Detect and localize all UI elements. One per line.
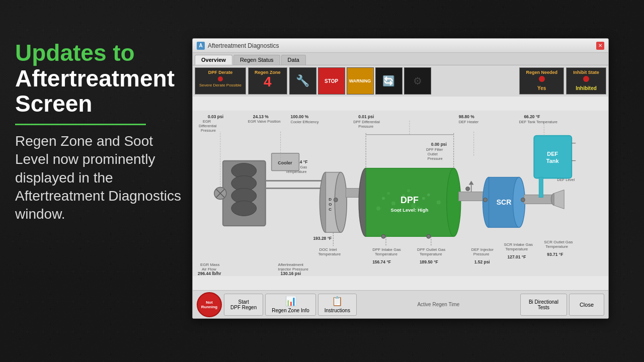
- svg-text:98.80 %: 98.80 %: [459, 114, 475, 119]
- dialog-title: Aftertreatment Diagnostics: [208, 42, 596, 49]
- svg-text:DPF Filter: DPF Filter: [426, 147, 443, 152]
- svg-rect-73: [539, 177, 543, 198]
- tab-regen-status[interactable]: Regen Status: [233, 55, 280, 65]
- svg-text:Aftertreatment: Aftertreatment: [278, 262, 304, 267]
- left-description: Regen Zone and Soot Level now prominentl…: [15, 132, 186, 224]
- bi-dir-line1: Bi Directional: [529, 299, 558, 305]
- svg-text:DPF: DPF: [400, 195, 419, 205]
- tab-overview[interactable]: Overview: [195, 55, 232, 65]
- dark-light-1: 🔄: [375, 67, 403, 95]
- svg-point-114: [381, 234, 385, 238]
- svg-point-48: [382, 197, 385, 200]
- instructions-label: Instructions: [325, 308, 350, 313]
- regen-zone-info-label: Regen Zone Info: [272, 308, 309, 313]
- bi-directional-tests-button[interactable]: Bi Directional Tests: [520, 294, 567, 316]
- svg-text:DEF Injector: DEF Injector: [471, 247, 494, 252]
- svg-text:DEF Heater: DEF Heater: [459, 120, 479, 124]
- svg-text:Pressure: Pressure: [358, 124, 373, 129]
- dpf-derate-indicator: [218, 76, 223, 81]
- regen-zone-value: 4: [255, 75, 281, 89]
- svg-text:127.01 °F: 127.01 °F: [507, 254, 526, 259]
- svg-point-54: [387, 192, 390, 195]
- dark-light-2: ⚙: [404, 67, 431, 95]
- svg-text:Tank: Tank: [546, 158, 559, 164]
- instructions-icon: 📋: [332, 296, 343, 307]
- svg-text:EGR: EGR: [203, 119, 211, 124]
- start-dpf-regen-button[interactable]: Start DPF Regen: [224, 294, 263, 316]
- regen-zone-info-button[interactable]: 📊 Regen Zone Info: [265, 294, 316, 316]
- svg-point-118: [521, 198, 525, 202]
- regen-needed-value: Yes: [537, 85, 546, 91]
- dpf-derate-box: DPF Derate Severe Derate Possible: [195, 67, 246, 95]
- svg-text:Pressure: Pressure: [201, 128, 216, 133]
- svg-text:0.01 psi: 0.01 psi: [358, 114, 374, 119]
- not-running-label: Not Running: [198, 300, 221, 309]
- close-icon[interactable]: ✕: [596, 42, 604, 50]
- svg-text:1.52 psi: 1.52 psi: [474, 259, 490, 264]
- regen-needed-box: Regen Needed Yes: [519, 67, 564, 95]
- svg-text:Differential: Differential: [199, 124, 217, 128]
- regen-zone-box: Regen Zone 4: [248, 67, 287, 95]
- svg-text:DEF: DEF: [547, 151, 558, 157]
- warning-label: WARNING: [349, 78, 371, 83]
- svg-text:156.74 °F: 156.74 °F: [372, 259, 391, 264]
- svg-text:Temperature: Temperature: [505, 247, 528, 251]
- active-regen-area: Active Regen Time: [359, 302, 518, 307]
- svg-text:130.16 psi: 130.16 psi: [281, 271, 301, 276]
- inhibit-state-dot: [583, 76, 589, 82]
- engine-warning-light: 🔧: [289, 67, 316, 95]
- svg-point-113: [334, 198, 338, 202]
- bi-dir-line2: Tests: [529, 305, 558, 310]
- stop-warning-light: STOP: [318, 67, 345, 95]
- svg-text:100.00 %: 100.00 %: [291, 114, 309, 119]
- svg-point-67: [513, 177, 525, 228]
- inhibit-state-value: Inhibited: [576, 85, 597, 91]
- warning-lights-group: 🔧 STOP WARNING 🔄 ⚙: [289, 67, 518, 95]
- title-bar: A Aftertreatment Diagnostics ✕: [193, 39, 608, 53]
- svg-text:DOC Inlet: DOC Inlet: [319, 247, 337, 252]
- svg-point-53: [376, 206, 380, 210]
- title-white-text-3: Screen: [15, 90, 92, 117]
- title-green-text: Updates to: [15, 40, 135, 66]
- svg-point-56: [407, 190, 410, 193]
- svg-text:DPF Outlet Gas: DPF Outlet Gas: [417, 247, 445, 252]
- svg-text:189.50 °F: 189.50 °F: [420, 259, 438, 264]
- svg-text:296.44 lb/hr: 296.44 lb/hr: [198, 271, 221, 276]
- dpf-derate-label: DPF Derate: [199, 70, 242, 75]
- main-dialog: A Aftertreatment Diagnostics ✕ Overview …: [192, 38, 609, 319]
- instructions-button[interactable]: 📋 Instructions: [318, 294, 357, 316]
- tab-data[interactable]: Data: [281, 55, 306, 65]
- left-divider: [15, 124, 146, 125]
- regen-zone-icon: 📊: [285, 296, 296, 307]
- left-panel: Updates to Aftertreatment Screen Regen Z…: [15, 40, 186, 224]
- svg-text:Pressure: Pressure: [428, 156, 443, 161]
- svg-text:SCR: SCR: [497, 198, 511, 206]
- close-label: Close: [580, 302, 594, 308]
- warning-light-element: WARNING: [347, 67, 374, 95]
- diagram-area: 0.03 psi EGR Differential Pressure 24.13…: [193, 97, 608, 290]
- svg-text:DPF Differential: DPF Differential: [353, 120, 380, 124]
- not-running-button[interactable]: Not Running: [197, 292, 222, 317]
- regen-needed-label: Regen Needed: [526, 70, 557, 75]
- svg-text:SCR Intake Gas: SCR Intake Gas: [504, 242, 533, 247]
- title-white-text-2: Aftertreatment: [15, 65, 175, 92]
- dialog-icon: A: [197, 42, 205, 50]
- close-button[interactable]: Close: [569, 294, 604, 316]
- svg-text:Cooler: Cooler: [278, 160, 292, 165]
- svg-text:EGR Valve Position: EGR Valve Position: [248, 119, 281, 124]
- stop-label: STOP: [325, 78, 338, 84]
- svg-text:Cooler Efficiency: Cooler Efficiency: [291, 120, 319, 124]
- svg-text:Pressure: Pressure: [473, 252, 490, 256]
- svg-point-52: [422, 197, 425, 200]
- svg-rect-62: [459, 192, 487, 201]
- svg-text:SCR Outlet Gas: SCR Outlet Gas: [544, 240, 573, 244]
- svg-text:DEF Tank Temperature: DEF Tank Temperature: [519, 120, 557, 124]
- active-regen-label: Active Regen Time: [417, 302, 459, 307]
- svg-point-47: [447, 168, 461, 237]
- svg-text:Temperature: Temperature: [420, 252, 442, 256]
- svg-text:Outlet: Outlet: [428, 152, 438, 156]
- start-dpf-regen-line1: Start: [238, 299, 249, 305]
- svg-point-115: [427, 234, 431, 238]
- svg-text:0.03 psi: 0.03 psi: [208, 114, 223, 119]
- start-dpf-regen-line2: DPF Regen: [230, 305, 257, 310]
